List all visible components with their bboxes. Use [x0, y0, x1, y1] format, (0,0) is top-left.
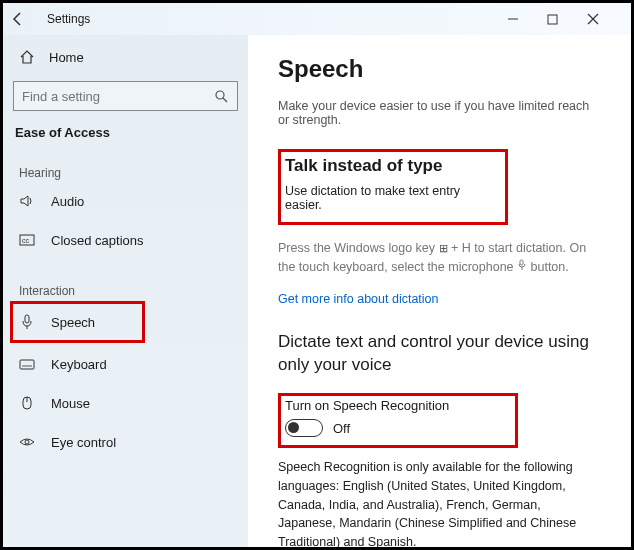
content-pane: Speech Make your device easier to use if… [248, 35, 631, 547]
group-interaction: Interaction [13, 284, 238, 298]
window-title: Settings [47, 12, 90, 26]
titlebar: Settings [3, 3, 631, 35]
nav-closed-captions[interactable]: cc Closed captions [13, 222, 238, 258]
svg-line-3 [223, 98, 227, 102]
page-intro: Make your device easier to use if you ha… [278, 99, 601, 127]
mouse-icon [19, 395, 35, 411]
talk-instead-box: Talk instead of type Use dictation to ma… [278, 149, 508, 225]
talk-heading: Talk instead of type [285, 156, 495, 176]
nav-audio[interactable]: Audio [13, 183, 238, 219]
nav-label: Speech [51, 315, 95, 330]
nav-label: Mouse [51, 396, 90, 411]
svg-rect-7 [20, 360, 34, 369]
close-button[interactable] [587, 13, 627, 25]
nav-mouse[interactable]: Mouse [13, 385, 238, 421]
nav-label: Audio [51, 194, 84, 209]
svg-rect-13 [520, 260, 523, 265]
nav-keyboard[interactable]: Keyboard [13, 346, 238, 382]
speaker-icon [19, 193, 35, 209]
speech-recognition-toggle-box: Turn on Speech Recognition Off [278, 393, 518, 448]
back-button[interactable] [11, 12, 35, 26]
keyboard-icon [19, 356, 35, 372]
svg-point-2 [216, 91, 224, 99]
microphone-icon [19, 314, 35, 330]
svg-rect-6 [25, 315, 29, 323]
page-heading: Speech [278, 55, 601, 83]
nav-label: Keyboard [51, 357, 107, 372]
home-icon [19, 49, 35, 65]
search-icon [213, 88, 229, 104]
talk-subtext: Use dictation to make text entry easier. [285, 184, 495, 212]
svg-point-12 [25, 440, 29, 444]
svg-text:cc: cc [22, 237, 30, 244]
windows-logo-icon: ⊞ [439, 240, 448, 257]
toggle-state: Off [333, 421, 350, 436]
eye-icon [19, 434, 35, 450]
toggle-label: Turn on Speech Recognition [285, 398, 507, 413]
toggle-knob [288, 422, 299, 433]
dictation-hint: Press the Windows logo key ⊞ + H to star… [278, 239, 601, 277]
search-box[interactable] [13, 81, 238, 111]
availability-text: Speech Recognition is only available for… [278, 458, 601, 547]
nav-home[interactable]: Home [13, 41, 238, 73]
nav-eye-control[interactable]: Eye control [13, 424, 238, 460]
dictation-info-link[interactable]: Get more info about dictation [278, 292, 439, 306]
maximize-button[interactable] [547, 14, 587, 25]
group-hearing: Hearing [13, 166, 238, 180]
svg-rect-1 [548, 15, 557, 24]
nav-label: Closed captions [51, 233, 144, 248]
nav-label: Eye control [51, 435, 116, 450]
cc-icon: cc [19, 232, 35, 248]
nav-speech[interactable]: Speech [10, 301, 145, 343]
nav-home-label: Home [49, 50, 84, 65]
minimize-button[interactable] [507, 13, 547, 25]
dictate-heading: Dictate text and control your device usi… [278, 330, 601, 378]
microphone-inline-icon [517, 259, 527, 276]
speech-recognition-toggle[interactable] [285, 419, 323, 437]
sidebar: Home Ease of Access Hearing Audio cc Clo… [3, 35, 248, 547]
section-title: Ease of Access [13, 125, 238, 140]
search-input[interactable] [22, 89, 213, 104]
